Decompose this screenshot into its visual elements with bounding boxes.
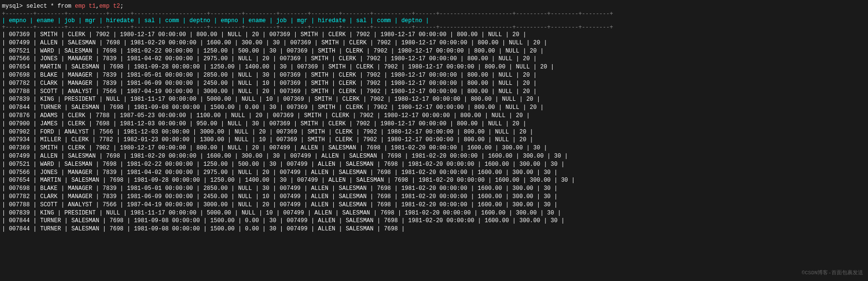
query-comma: , <box>95 3 99 10</box>
table-row: | 007369 | SMITH | CLERK | 7902 | 1980-1… <box>0 144 868 152</box>
table-row: | 007900 | JAMES | CLERK | 7698 | 1981-1… <box>0 120 868 128</box>
terminal-window: mysql> select * from emp t1,emp t2; +---… <box>0 0 868 235</box>
table-row: | 007521 | WARD | SALESMAN | 7698 | 1981… <box>0 161 868 169</box>
table-row: | 007839 | KING | PRESIDENT | NULL | 198… <box>0 209 868 217</box>
query-end: ; <box>120 3 123 10</box>
table-row: | 007839 | KING | PRESIDENT | NULL | 198… <box>0 95 868 104</box>
table-row: | 007844 | TURNER | SALESMAN | 7698 | 19… <box>0 104 868 112</box>
query-keyword: select * from <box>26 3 75 10</box>
header-separator: +--------+--------+-----------+------+--… <box>0 24 868 31</box>
table-name-2: emp t2 <box>99 3 120 10</box>
table-row: | 007876 | ADAMS | CLERK | 7788 | 1987-0… <box>0 112 868 120</box>
mysql-prompt: mysql> <box>2 3 26 10</box>
table-row: | 007902 | FORD | ANALYST | 7566 | 1981-… <box>0 128 868 136</box>
query-line: mysql> select * from emp t1,emp t2; <box>0 2 868 11</box>
table-row: | 007782 | CLARK | MANAGER | 7839 | 1981… <box>0 80 868 88</box>
table-row: | 007566 | JONES | MANAGER | 7839 | 1981… <box>0 169 868 177</box>
table-row: | 007698 | BLAKE | MANAGER | 7839 | 1981… <box>0 185 868 193</box>
top-separator: +--------+--------+-----------+------+--… <box>0 11 868 17</box>
column-headers: | empno | ename | job | mgr | hiredate |… <box>0 17 868 24</box>
table-row: | 007499 | ALLEN | SALESMAN | 7698 | 198… <box>0 152 868 161</box>
data-rows-container: | 007369 | SMITH | CLERK | 7902 | 1980-1… <box>0 31 868 233</box>
table-row: | 007934 | MILLER | CLERK | 7782 | 1982-… <box>0 136 868 144</box>
table-row: | 007788 | SCOTT | ANALYST | 7566 | 1987… <box>0 88 868 96</box>
table-row: | 007788 | SCOTT | ANALYST | 7566 | 1987… <box>0 201 868 209</box>
table-row: | 007844 | TURNER | SALESMAN | 7698 | 19… <box>0 217 868 225</box>
table-row: | 007698 | BLAKE | MANAGER | 7839 | 1981… <box>0 71 868 80</box>
table-row: | 007369 | SMITH | CLERK | 7902 | 1980-1… <box>0 31 868 39</box>
table-name-1: emp t1 <box>75 3 95 10</box>
table-row: | 007566 | JONES | MANAGER | 7839 | 1981… <box>0 55 868 63</box>
table-row: | 007782 | CLARK | MANAGER | 7839 | 1981… <box>0 193 868 201</box>
table-row: | 007654 | MARTIN | SALESMAN | 7698 | 19… <box>0 176 868 185</box>
table-row-partial: | 007844 | TURNER | SALESMAN | 7698 | 19… <box>0 225 868 233</box>
table-row: | 007654 | MARTIN | SALESMAN | 7698 | 19… <box>0 63 868 71</box>
table-row: | 007521 | WARD | SALESMAN | 7698 | 1981… <box>0 47 868 55</box>
table-row: | 007499 | ALLEN | SALESMAN | 7698 | 198… <box>0 39 868 47</box>
